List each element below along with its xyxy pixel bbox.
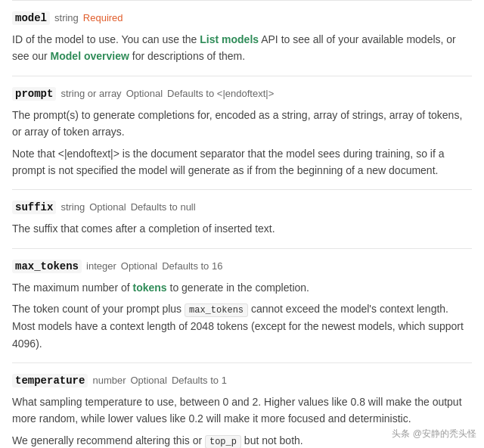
param-type-model: string <box>54 12 79 23</box>
param-desc-suffix: The suffix that comes after a completion… <box>12 220 472 237</box>
param-type-temperature: number <box>92 375 126 386</box>
param-default-temperature: Defaults to 1 <box>172 375 227 386</box>
param-desc-max-tokens-2: The token count of your prompt plus max_… <box>12 300 472 352</box>
param-desc-max-tokens-1: The maximum number of tokens to generate… <box>12 279 472 296</box>
param-section-max-tokens: max_tokens integer Optional Defaults to … <box>12 249 472 363</box>
param-name-model: model <box>12 11 50 25</box>
max-tokens-code: max_tokens <box>185 303 248 317</box>
list-models-link[interactable]: List models <box>200 33 259 45</box>
param-default-max-tokens: Defaults to 16 <box>162 260 222 272</box>
param-section-suffix: suffix string Optional Defaults to null … <box>12 190 472 248</box>
param-name-max-tokens: max_tokens <box>12 260 82 273</box>
param-name-temperature: temperature <box>12 374 88 387</box>
param-desc-prompt-1: The prompt(s) to generate completions fo… <box>12 107 472 141</box>
param-optional-suffix: Optional <box>89 201 126 213</box>
param-name-suffix: suffix <box>12 201 56 214</box>
param-header-model: model string Required <box>12 11 472 25</box>
param-default-suffix: Defaults to null <box>131 201 196 213</box>
param-optional-prompt: Optional <box>126 88 163 99</box>
param-type-suffix: string <box>60 201 85 213</box>
watermark: 头条 @安静的秃头怪 <box>392 428 476 440</box>
param-section-prompt: prompt string or array Optional Defaults… <box>12 76 472 191</box>
param-section-model: model string Required ID of the model to… <box>12 0 472 76</box>
model-overview-link[interactable]: Model overview <box>51 50 129 62</box>
param-desc-prompt-2: Note that <|endoftext|> is the document … <box>12 145 472 179</box>
param-default-prompt: Defaults to <|endoftext|> <box>167 88 274 99</box>
tokens-link[interactable]: tokens <box>133 282 167 294</box>
param-required-model: Required <box>83 12 123 23</box>
param-header-prompt: prompt string or array Optional Defaults… <box>12 87 472 101</box>
param-optional-temperature: Optional <box>131 375 167 386</box>
param-name-prompt: prompt <box>12 87 56 101</box>
param-header-max-tokens: max_tokens integer Optional Defaults to … <box>12 260 472 273</box>
param-header-temperature: temperature number Optional Defaults to … <box>12 374 472 387</box>
top-p-code: top_p <box>205 435 241 448</box>
param-optional-max-tokens: Optional <box>121 260 157 272</box>
param-desc-model: ID of the model to use. You can use the … <box>12 31 472 65</box>
param-desc-temperature-1: What sampling temperature to use, betwee… <box>12 394 472 428</box>
api-docs-container: model string Required ID of the model to… <box>0 0 484 448</box>
param-header-suffix: suffix string Optional Defaults to null <box>12 201 472 214</box>
param-type-max-tokens: integer <box>86 260 116 272</box>
param-type-prompt: string or array <box>60 88 121 99</box>
